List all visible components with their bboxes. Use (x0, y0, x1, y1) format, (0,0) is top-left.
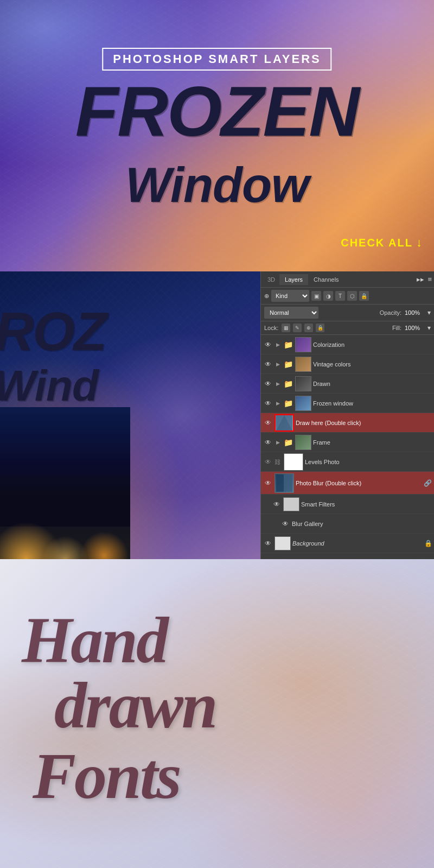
layer-thumb-frame (295, 435, 311, 450)
fill-arrow[interactable]: ▾ (427, 324, 431, 332)
fill-label: Fill: (392, 325, 401, 331)
kind-adjust-icon[interactable]: ◑ (323, 291, 333, 301)
roz-text: ROZ (0, 304, 106, 358)
lock-move-icon[interactable]: ⊕ (304, 324, 313, 332)
panel-header-icons: ▸▸ ≡ (417, 275, 432, 283)
layer-expand-frozen[interactable]: ▶ (275, 400, 281, 407)
hero-title: PHOTOSHOP SMART LAYERS (113, 52, 321, 66)
hand-text-line2: drawn (54, 673, 216, 738)
lock-all-icon[interactable]: 🔒 (316, 324, 324, 332)
svg-rect-3 (276, 474, 284, 492)
layer-thumb-vintage (295, 357, 311, 372)
layer-eye-colorization[interactable]: 👁 (263, 340, 273, 350)
layer-eye-drawn[interactable]: 👁 (263, 379, 273, 389)
tab-3d[interactable]: 3D (263, 274, 279, 285)
kind-pixel-icon[interactable]: ▣ (311, 291, 321, 301)
kind-filter-icons: ▣ ◑ T ⬡ 🔒 (311, 291, 369, 301)
layer-name-vintage: Vintage colors (313, 361, 432, 368)
layer-chain-levels: ⛓ (275, 459, 282, 465)
kind-filter-row: ⊕ Kind ▣ ◑ T ⬡ 🔒 (261, 288, 434, 305)
layer-drawn[interactable]: 👁 ▶ 📁 Drawn (261, 374, 434, 394)
layer-frozen-window[interactable]: 👁 ▶ 📁 Frozen window (261, 394, 434, 413)
check-all-button[interactable]: CHECK ALL (341, 236, 423, 250)
layer-background[interactable]: 👁 Background 🔒 (261, 534, 434, 553)
layer-eye-smart-filters[interactable]: 👁 (272, 499, 282, 509)
layer-lock-background: 🔒 (424, 540, 432, 547)
layer-eye-blur-gallery[interactable]: 👁 (280, 519, 290, 529)
kind-select[interactable]: Kind (271, 290, 309, 302)
tab-layers[interactable]: Layers (279, 274, 308, 285)
layer-expand-colorization[interactable]: ▶ (275, 341, 281, 348)
layer-eye-levels[interactable]: 👁 (263, 457, 273, 467)
layers-list: 👁 ▶ 📁 Colorization 👁 ▶ 📁 Vintage colors … (261, 335, 434, 559)
kind-shape-icon[interactable]: ⬡ (347, 291, 357, 301)
hero-section: PHOTOSHOP SMART LAYERS FROZEN Window CHE… (0, 0, 434, 271)
wind-text: Wind (0, 361, 98, 411)
layer-expand-vintage[interactable]: ▶ (275, 361, 281, 368)
lock-label: Lock: (264, 325, 278, 331)
layer-name-photo-blur: Photo Blur (Double click) (296, 480, 421, 486)
opacity-arrow[interactable]: ▾ (427, 309, 431, 316)
layer-name-draw-here: Draw here (Double click) (296, 420, 432, 426)
photoshop-panel-section: ROZ Wind 3D Layers Channels ▸▸ ≡ ⊕ Kind … (0, 271, 434, 559)
city-background (0, 407, 130, 559)
layer-blur-gallery[interactable]: 👁 Blur Gallery (261, 514, 434, 534)
layer-name-smart-filters: Smart Filters (301, 501, 432, 508)
hero-frozen-text: FROZEN (0, 76, 434, 147)
layer-eye-frame[interactable]: 👁 (263, 438, 273, 447)
layers-panel: 3D Layers Channels ▸▸ ≡ ⊕ Kind ▣ ◑ T ⬡ 🔒 (260, 271, 434, 559)
layer-eye-frozen[interactable]: 👁 (263, 398, 273, 408)
blend-mode-row: Normal Opacity: 100% ▾ (261, 305, 434, 321)
layer-expand-frame[interactable]: ▶ (275, 439, 281, 446)
kind-smart-icon[interactable]: 🔒 (359, 291, 369, 301)
panel-tabs: 3D Layers Channels ▸▸ ≡ (261, 271, 434, 288)
layer-folder-frame: 📁 (283, 438, 293, 447)
layer-eye-background[interactable]: 👁 (263, 538, 273, 548)
layer-thumb-drawn (295, 376, 311, 391)
panel-expand-icon[interactable]: ▸▸ (417, 275, 424, 283)
layer-vintage[interactable]: 👁 ▶ 📁 Vintage colors (261, 354, 434, 374)
layer-name-frame: Frame (313, 439, 432, 446)
layer-draw-here[interactable]: 👁 Draw here (Double click) (261, 413, 434, 433)
hero-title-box: PHOTOSHOP SMART LAYERS (102, 48, 331, 71)
layer-eye-vintage[interactable]: 👁 (263, 359, 273, 369)
layer-name-levels: Levels Photo (305, 459, 432, 465)
layer-thumb-smart-filters (283, 497, 299, 511)
city-buildings (0, 472, 130, 527)
layer-folder-drawn: 📁 (283, 379, 293, 388)
layer-folder-frozen: 📁 (283, 399, 293, 408)
layer-thumb-frozen (295, 396, 311, 411)
layer-name-colorization: Colorization (313, 341, 432, 348)
tab-channels[interactable]: Channels (308, 274, 344, 285)
layer-eye-draw-here[interactable]: 👁 (263, 418, 273, 428)
opacity-label: Opacity: (380, 309, 401, 316)
layer-expand-drawn[interactable]: ▶ (275, 381, 281, 387)
layer-name-background: Background (292, 540, 423, 547)
hand-text-line3: Fonts (33, 744, 180, 809)
kind-type-icon[interactable]: T (335, 291, 345, 301)
layer-name-drawn: Drawn (313, 381, 432, 387)
layer-levels[interactable]: 👁 ⛓ Levels Photo (261, 452, 434, 472)
layer-thumb-levels (284, 453, 303, 471)
lock-position-icon[interactable]: ✎ (293, 324, 302, 332)
layer-photo-blur[interactable]: 👁 Photo Blur (Double click) 🔗 (261, 472, 434, 495)
blend-mode-select[interactable]: Normal (264, 307, 318, 319)
fill-value: 100% (405, 325, 424, 331)
lock-pixels-icon[interactable]: ▦ (282, 324, 290, 332)
hand-text-line1: Hand (22, 608, 167, 673)
panel-menu-icon[interactable]: ≡ (427, 275, 432, 283)
layer-name-frozen: Frozen window (313, 400, 432, 407)
layer-folder-vintage: 📁 (283, 360, 293, 369)
layer-name-blur-gallery: Blur Gallery (292, 521, 432, 527)
layer-folder-colorization: 📁 (283, 340, 293, 349)
kind-label: ⊕ (264, 293, 269, 300)
opacity-value: 100% (405, 309, 424, 316)
lock-row: Lock: ▦ ✎ ⊕ 🔒 Fill: 100% ▾ (261, 321, 434, 335)
hero-window-text: Window (0, 157, 434, 213)
layer-frame[interactable]: 👁 ▶ 📁 Frame (261, 433, 434, 452)
layer-eye-photo-blur[interactable]: 👁 (263, 478, 273, 488)
layer-colorization[interactable]: 👁 ▶ 📁 Colorization (261, 335, 434, 354)
lock-icons: ▦ ✎ ⊕ 🔒 (282, 324, 324, 332)
photo-blur-extra-icon: 🔗 (424, 479, 432, 487)
layer-smart-filters[interactable]: 👁 Smart Filters (261, 495, 434, 514)
